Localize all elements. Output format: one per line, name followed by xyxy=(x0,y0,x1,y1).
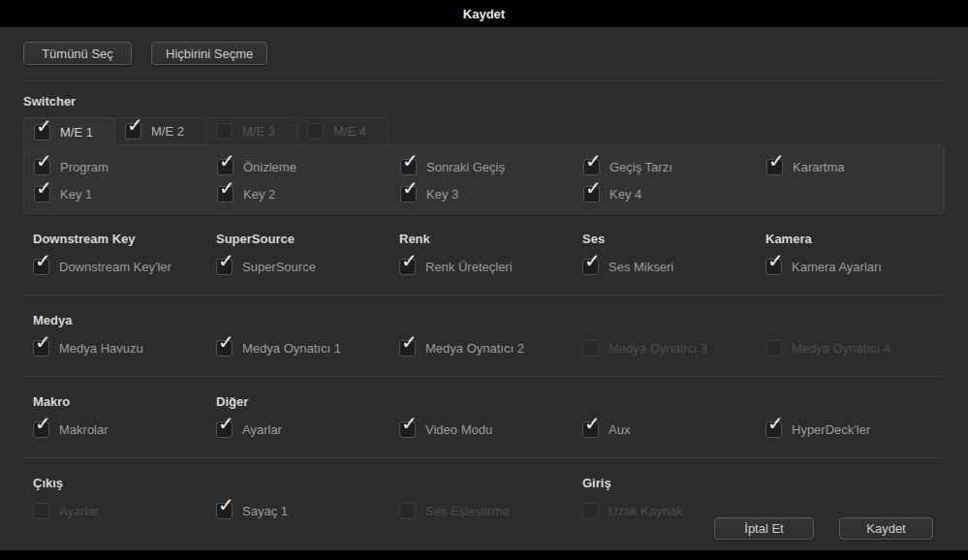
checkbox[interactable]: ✓ xyxy=(583,159,600,175)
checkbox-item-medya-oynatici-4[interactable]: Medya Oynatıcı 4 xyxy=(756,334,939,361)
check-icon: ✓ xyxy=(35,332,51,352)
check-icon: ✓ xyxy=(218,332,234,352)
save-button[interactable]: Kaydet xyxy=(839,517,933,540)
checkbox[interactable]: ✓ xyxy=(216,340,233,357)
checkbox[interactable]: ✓ xyxy=(34,186,50,202)
me-tab-strip: ✓M/E 1✓M/E 2M/E 3M/E 4 xyxy=(23,117,945,144)
checkbox[interactable] xyxy=(216,123,233,140)
checkbox-label: Medya Oynatıcı 2 xyxy=(425,341,524,356)
checkbox[interactable]: ✓ xyxy=(766,159,783,175)
select-none-button[interactable]: Hiçbirini Seçme xyxy=(151,42,267,65)
tab-m-e-1[interactable]: ✓M/E 1 xyxy=(23,117,115,145)
checkbox[interactable]: ✓ xyxy=(399,340,416,357)
tab-m-e-2[interactable]: ✓M/E 2 xyxy=(114,117,206,144)
checkbox-item-ses-eslestirme[interactable]: Ses Eşleştirme xyxy=(390,497,573,524)
checkbox[interactable]: ✓ xyxy=(399,259,416,275)
section-header-switcher: Switcher xyxy=(23,94,945,109)
checkbox[interactable]: ✓ xyxy=(33,421,49,438)
checkbox-item-key-1[interactable]: ✓Key 1 xyxy=(24,180,207,207)
checkbox[interactable] xyxy=(33,503,49,519)
checkbox[interactable] xyxy=(307,123,324,140)
check-icon: ✓ xyxy=(401,414,418,433)
checkbox-item-program[interactable]: ✓Program xyxy=(24,153,207,180)
checkbox[interactable]: ✓ xyxy=(216,503,233,519)
checkbox-label: Key 1 xyxy=(60,187,92,202)
checkbox[interactable]: ✓ xyxy=(33,259,49,275)
checkbox[interactable]: ✓ xyxy=(33,340,49,357)
checkbox[interactable]: ✓ xyxy=(217,159,234,175)
checkbox-item-karartma[interactable]: ✓Karartma xyxy=(757,153,940,180)
checkbox[interactable]: ✓ xyxy=(583,186,600,202)
checkbox-label: Kamera Ayarları xyxy=(792,260,882,274)
checkbox[interactable]: ✓ xyxy=(400,159,417,175)
check-icon: ✓ xyxy=(767,414,784,433)
checkbox-item-medya-oynatici-1[interactable]: ✓Medya Oynatıcı 1 xyxy=(206,334,390,361)
checkbox-item-ayarlar[interactable]: Ayarlar xyxy=(23,497,206,524)
section-headers-cikis-giris: ÇıkışGiriş xyxy=(23,476,945,490)
checkbox-label: Sonraki Geçiş xyxy=(426,160,505,174)
checkbox-label: Key 4 xyxy=(609,187,641,202)
checkbox-item-ayarlar[interactable]: ✓Ayarlar xyxy=(206,416,390,443)
tab-label: M/E 2 xyxy=(151,124,184,139)
checkbox[interactable]: ✓ xyxy=(582,259,599,275)
checkbox-label: Ses Mikseri xyxy=(609,260,673,274)
checkbox[interactable] xyxy=(765,340,782,357)
tab-m-e-4[interactable]: M/E 4 xyxy=(297,117,389,144)
section-items-downstream-supersource-renk-ses-kamera: ✓Downstream Key'ler✓SuperSource✓Renk Üre… xyxy=(23,253,945,280)
check-icon: ✓ xyxy=(218,414,234,433)
check-icon: ✓ xyxy=(219,178,235,198)
checkbox[interactable]: ✓ xyxy=(216,421,233,438)
check-icon: ✓ xyxy=(768,151,785,171)
checkbox-item-medya-oynatici-3[interactable]: Medya Oynatıcı 3 xyxy=(573,334,756,361)
check-icon: ✓ xyxy=(35,251,51,270)
checkbox[interactable]: ✓ xyxy=(582,421,599,438)
checkbox[interactable]: ✓ xyxy=(217,186,234,202)
checkbox-item-supersource[interactable]: ✓SuperSource xyxy=(206,253,390,280)
section-header-kamera: Kamera xyxy=(756,232,939,246)
checkbox[interactable] xyxy=(582,340,599,357)
check-icon: ✓ xyxy=(36,178,52,198)
checkbox-item-video-modu[interactable]: ✓Video Modu xyxy=(390,416,573,443)
checkbox-item-kamera-ayarlari[interactable]: ✓Kamera Ayarları xyxy=(756,253,939,280)
cancel-button[interactable]: İptal Et xyxy=(714,517,814,540)
checkbox-item-ses-mikseri[interactable]: ✓Ses Mikseri xyxy=(573,253,756,280)
checkbox-label: Makrolar xyxy=(59,422,109,437)
checkbox-item-renk-uretecleri[interactable]: ✓Renk Üreteçleri xyxy=(390,253,573,280)
checkbox[interactable] xyxy=(582,503,599,519)
checkbox-label: Key 3 xyxy=(426,187,458,202)
checkbox-item-downstream-key-ler[interactable]: ✓Downstream Key'ler xyxy=(23,253,206,280)
checkbox-item-key-3[interactable]: ✓Key 3 xyxy=(390,180,574,207)
checkbox-item-medya-havuzu[interactable]: ✓Medya Havuzu xyxy=(23,334,206,361)
tab-m-e-3[interactable]: M/E 3 xyxy=(205,117,297,144)
checkbox[interactable]: ✓ xyxy=(765,421,782,438)
checkbox-label: Downstream Key'ler xyxy=(59,260,172,274)
checkbox-item-key-2[interactable]: ✓Key 2 xyxy=(207,180,390,207)
checkbox-item-gecis-tarzi[interactable]: ✓Geçiş Tarzı xyxy=(574,153,757,180)
checkbox-item-sonraki-gecis[interactable]: ✓Sonraki Geçiş xyxy=(390,153,574,180)
checkbox-item-onizleme[interactable]: ✓Önizleme xyxy=(207,153,390,180)
checkbox[interactable]: ✓ xyxy=(216,259,233,275)
checkbox[interactable]: ✓ xyxy=(34,124,50,140)
select-all-button[interactable]: Tümünü Seç xyxy=(23,42,132,65)
checkbox[interactable] xyxy=(399,503,416,519)
checkbox-item-key-4[interactable]: ✓Key 4 xyxy=(574,180,757,207)
checkbox-item-medya-oynatici-2[interactable]: ✓Medya Oynatıcı 2 xyxy=(390,334,573,361)
checkbox-item-sayac-1[interactable]: ✓Sayaç 1 xyxy=(206,497,390,524)
checkbox-item-aux[interactable]: ✓Aux xyxy=(573,416,756,443)
checkbox-item-makrolar[interactable]: ✓Makrolar xyxy=(23,416,206,443)
checkbox-item-hyperdeck-ler[interactable]: ✓HyperDeck'ler xyxy=(756,416,939,443)
check-icon: ✓ xyxy=(402,178,419,198)
check-icon: ✓ xyxy=(36,151,52,171)
check-icon: ✓ xyxy=(584,251,601,270)
checkbox-label: Karartma xyxy=(793,160,844,174)
checkbox[interactable]: ✓ xyxy=(400,186,417,202)
checkbox[interactable]: ✓ xyxy=(34,159,50,175)
checkbox-label: Medya Havuzu xyxy=(59,341,143,356)
checkbox[interactable]: ✓ xyxy=(399,421,416,438)
checkbox-label: Geçiş Tarzı xyxy=(609,160,672,174)
sections-container: Downstream KeySuperSourceRenkSesKamera✓D… xyxy=(23,232,945,524)
checkbox[interactable]: ✓ xyxy=(125,123,141,140)
checkbox-label: Ayarlar xyxy=(59,504,99,518)
checkbox[interactable]: ✓ xyxy=(765,259,782,275)
divider xyxy=(23,376,945,377)
